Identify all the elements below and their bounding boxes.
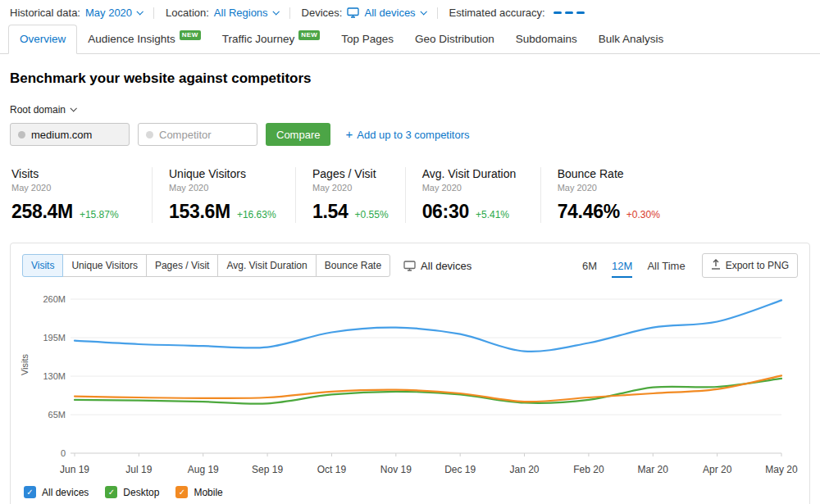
svg-text:May 20: May 20 [765, 464, 798, 475]
metric-toggle-bounce-rate[interactable]: Bounce Rate [316, 254, 390, 277]
metric-toggle-avg-visit-duration[interactable]: Avg. Visit Duration [217, 254, 316, 277]
metric-value: 1.54 [312, 201, 348, 223]
trend-line-chart: 260M195M130M65M0Jun 19Jul 19Aug 19Sep 19… [37, 289, 791, 484]
legend-mobile[interactable]: Mobile [175, 486, 222, 498]
devices-label: Devices: [302, 7, 343, 19]
range-6m[interactable]: 6M [582, 257, 597, 275]
metrics-row: Visits May 2020 258.4M+15.87% Unique Vis… [10, 167, 810, 223]
svg-text:195M: 195M [43, 333, 66, 343]
tab-label: Audience Insights [88, 33, 175, 45]
page-title: Benchmark your website against competito… [10, 70, 810, 87]
svg-text:Mar 20: Mar 20 [638, 464, 669, 475]
favicon-placeholder-icon [18, 131, 25, 138]
legend-all-devices[interactable]: All devices [24, 486, 89, 498]
metric-value: 74.46% [558, 201, 620, 223]
favicon-placeholder-icon [146, 131, 153, 138]
location-dropdown[interactable]: All Regions [214, 7, 278, 19]
tab-geo-distribution[interactable]: Geo Distribution [404, 25, 505, 53]
tab-label: Top Pages [341, 33, 394, 45]
svg-text:130M: 130M [43, 371, 66, 381]
chevron-down-icon [420, 8, 426, 15]
chevron-down-icon [71, 105, 77, 111]
tab-label: Overview [20, 33, 66, 45]
metric-name: Pages / Visit [312, 167, 389, 180]
metric-change: +0.55% [355, 209, 389, 220]
svg-text:Oct 19: Oct 19 [317, 464, 347, 475]
location-value: All Regions [214, 7, 268, 19]
compare-input-row: medium.com Competitor Compare Add up to … [10, 123, 810, 146]
metric-period: May 2020 [312, 183, 389, 193]
accuracy-dash-icon [554, 11, 562, 14]
svg-text:Dec 19: Dec 19 [444, 464, 476, 475]
metric-period: May 2020 [169, 183, 279, 193]
metric-period: May 2020 [558, 183, 660, 193]
chart-toolbar: Visits Unique Visitors Pages / Visit Avg… [22, 253, 798, 278]
main-content: Benchmark your website against competito… [0, 54, 820, 504]
checkbox-checked-icon[interactable] [24, 486, 36, 498]
new-badge: NEW [180, 30, 201, 40]
export-label: Export to PNG [726, 260, 789, 271]
devices-dropdown[interactable]: All devices [347, 7, 425, 19]
compare-button[interactable]: Compare [266, 123, 330, 146]
legend-desktop[interactable]: Desktop [105, 486, 159, 498]
svg-text:Aug 19: Aug 19 [188, 464, 219, 475]
filters-bar: Historical data: May 2020 Location: All … [0, 0, 820, 25]
tab-subdomains[interactable]: Subdomains [505, 25, 588, 53]
svg-text:0: 0 [61, 448, 66, 458]
main-domain-value: medium.com [31, 129, 92, 141]
divider [437, 7, 438, 19]
metric-toggle-unique-visitors[interactable]: Unique Visitors [62, 254, 146, 277]
tab-top-pages[interactable]: Top Pages [330, 25, 404, 53]
svg-text:Feb 20: Feb 20 [573, 464, 604, 475]
checkbox-checked-icon[interactable] [175, 486, 188, 498]
svg-text:Jun 19: Jun 19 [60, 464, 89, 475]
historical-data-value: May 2020 [85, 7, 132, 19]
y-axis-title: Visits [20, 354, 30, 375]
root-domain-selector[interactable]: Root domain [10, 104, 75, 116]
metric-change: +0.30% [626, 209, 660, 220]
chart-legend: All devices Desktop Mobile [22, 484, 798, 504]
tab-traffic-journey[interactable]: Traffic JourneyNEW [212, 25, 330, 53]
metric-name: Unique Visitors [169, 167, 279, 180]
svg-text:Jan 20: Jan 20 [510, 464, 540, 475]
add-competitors-link[interactable]: Add up to 3 competitors [345, 128, 469, 141]
chevron-down-icon [272, 8, 279, 15]
metric-unique-visitors: Unique Visitors May 2020 153.6M+16.63% [152, 167, 295, 223]
metric-toggle-pages-per-visit[interactable]: Pages / Visit [146, 254, 218, 277]
svg-text:260M: 260M [43, 294, 66, 304]
tab-overview[interactable]: Overview [8, 25, 77, 54]
tab-audience-insights[interactable]: Audience InsightsNEW [77, 25, 211, 53]
checkbox-checked-icon[interactable] [105, 486, 117, 498]
range-all-time[interactable]: All Time [647, 257, 685, 275]
svg-text:Nov 19: Nov 19 [380, 464, 412, 475]
device-filter[interactable]: All devices [403, 260, 472, 272]
main-domain-input[interactable]: medium.com [10, 123, 130, 146]
metric-change: +15.87% [80, 209, 119, 220]
svg-text:Apr 20: Apr 20 [703, 464, 732, 475]
divider [153, 7, 154, 19]
export-png-button[interactable]: Export to PNG [702, 253, 798, 278]
tab-label: Bulk Analysis [599, 33, 664, 45]
tab-bulk-analysis[interactable]: Bulk Analysis [588, 25, 675, 53]
tab-bar: Overview Audience InsightsNEW Traffic Jo… [0, 25, 820, 54]
metric-period: May 2020 [11, 183, 135, 193]
devices-value: All devices [364, 7, 415, 19]
accuracy-dash-icon [576, 11, 585, 14]
monitor-icon [403, 261, 416, 271]
metric-name: Visits [11, 167, 135, 180]
chart-area: Visits 260M195M130M65M0Jun 19Jul 19Aug 1… [22, 278, 798, 484]
new-badge: NEW [298, 30, 320, 40]
device-filter-label: All devices [421, 260, 472, 272]
metric-name: Avg. Visit Duration [422, 167, 524, 180]
competitor-placeholder: Competitor [159, 129, 212, 141]
historical-data-dropdown[interactable]: May 2020 [85, 7, 142, 19]
accuracy-meter [554, 11, 585, 14]
chevron-down-icon [137, 8, 144, 15]
range-12m[interactable]: 12M [612, 257, 632, 275]
legend-label: All devices [42, 487, 89, 498]
competitor-input[interactable]: Competitor [138, 123, 257, 146]
monitor-icon [347, 7, 359, 18]
tab-label: Traffic Journey [222, 33, 295, 45]
metric-toggle-visits[interactable]: Visits [22, 254, 63, 277]
svg-text:Sep 19: Sep 19 [252, 464, 283, 475]
